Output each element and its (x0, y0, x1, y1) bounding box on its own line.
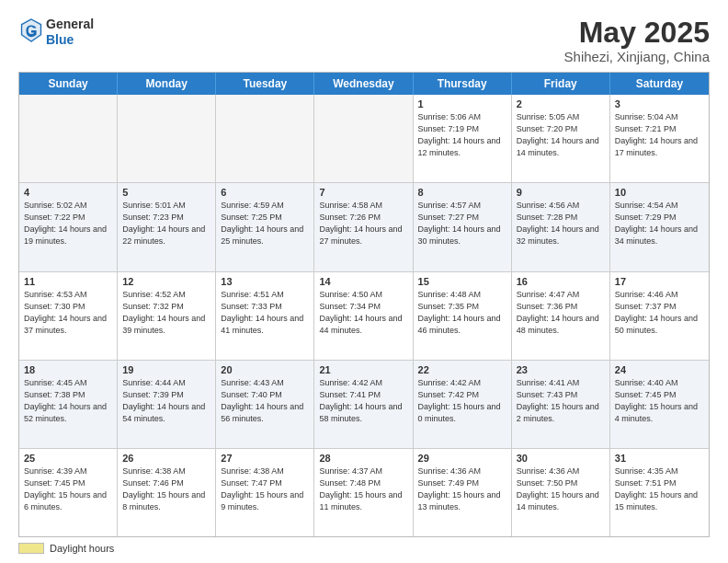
day-info: Sunrise: 4:36 AM Sunset: 7:50 PM Dayligh… (517, 465, 605, 513)
day-info: Sunrise: 4:38 AM Sunset: 7:47 PM Dayligh… (221, 465, 309, 513)
day-number: 21 (319, 364, 407, 375)
day-cell-22: 22Sunrise: 4:42 AM Sunset: 7:42 PM Dayli… (414, 361, 512, 448)
day-cell-3: 3Sunrise: 5:04 AM Sunset: 7:21 PM Daylig… (610, 95, 709, 182)
day-info: Sunrise: 4:52 AM Sunset: 7:32 PM Dayligh… (122, 289, 210, 337)
title-location: Shihezi, Xinjiang, China (564, 49, 710, 64)
logo-icon (20, 17, 42, 43)
day-number: 19 (122, 364, 210, 375)
day-number: 16 (517, 276, 605, 287)
day-info: Sunrise: 4:38 AM Sunset: 7:46 PM Dayligh… (122, 465, 210, 513)
empty-cell (314, 95, 413, 182)
day-cell-15: 15Sunrise: 4:48 AM Sunset: 7:35 PM Dayli… (414, 272, 512, 360)
footer: Daylight hours (18, 543, 710, 554)
day-number: 25 (24, 453, 112, 464)
day-info: Sunrise: 5:02 AM Sunset: 7:22 PM Dayligh… (24, 200, 112, 247)
day-cell-5: 5Sunrise: 5:01 AM Sunset: 7:23 PM Daylig… (118, 183, 216, 270)
calendar-body: 1Sunrise: 5:06 AM Sunset: 7:19 PM Daylig… (19, 95, 709, 536)
day-number: 4 (24, 187, 112, 198)
header-day-tuesday: Tuesday (216, 73, 314, 95)
logo-general: General (46, 17, 94, 32)
day-number: 26 (122, 453, 210, 464)
header-day-monday: Monday (118, 73, 216, 95)
day-cell-17: 17Sunrise: 4:46 AM Sunset: 7:37 PM Dayli… (610, 272, 709, 360)
day-info: Sunrise: 4:43 AM Sunset: 7:40 PM Dayligh… (221, 377, 309, 425)
day-number: 9 (517, 187, 605, 198)
day-cell-2: 2Sunrise: 5:05 AM Sunset: 7:20 PM Daylig… (512, 95, 610, 182)
day-cell-23: 23Sunrise: 4:41 AM Sunset: 7:43 PM Dayli… (512, 361, 610, 448)
logo: General Blue (18, 17, 94, 48)
day-info: Sunrise: 4:42 AM Sunset: 7:42 PM Dayligh… (418, 377, 506, 425)
header-day-wednesday: Wednesday (314, 73, 413, 95)
day-number: 22 (418, 364, 506, 375)
title-block: May 2025 Shihezi, Xinjiang, China (564, 17, 710, 64)
header-day-sunday: Sunday (19, 73, 118, 95)
day-info: Sunrise: 4:53 AM Sunset: 7:30 PM Dayligh… (24, 289, 112, 337)
day-number: 14 (319, 276, 407, 287)
day-number: 28 (319, 453, 407, 464)
header-day-saturday: Saturday (610, 73, 709, 95)
day-cell-29: 29Sunrise: 4:36 AM Sunset: 7:49 PM Dayli… (414, 449, 512, 536)
day-cell-13: 13Sunrise: 4:51 AM Sunset: 7:33 PM Dayli… (216, 272, 314, 360)
day-info: Sunrise: 4:36 AM Sunset: 7:49 PM Dayligh… (418, 465, 506, 513)
day-cell-14: 14Sunrise: 4:50 AM Sunset: 7:34 PM Dayli… (314, 272, 413, 360)
day-number: 2 (517, 98, 605, 109)
day-number: 6 (221, 187, 309, 198)
day-number: 5 (122, 187, 210, 198)
calendar-week-5: 25Sunrise: 4:39 AM Sunset: 7:45 PM Dayli… (19, 448, 709, 536)
day-cell-9: 9Sunrise: 4:56 AM Sunset: 7:28 PM Daylig… (512, 183, 610, 270)
day-cell-26: 26Sunrise: 4:38 AM Sunset: 7:46 PM Dayli… (118, 449, 216, 536)
title-month: May 2025 (564, 17, 710, 49)
day-cell-24: 24Sunrise: 4:40 AM Sunset: 7:45 PM Dayli… (610, 361, 709, 448)
footer-label: Daylight hours (50, 543, 114, 554)
day-number: 29 (418, 453, 506, 464)
header: General Blue May 2025 Shihezi, Xinjiang,… (18, 17, 710, 64)
day-cell-21: 21Sunrise: 4:42 AM Sunset: 7:41 PM Dayli… (314, 361, 413, 448)
empty-cell (19, 95, 118, 182)
calendar-week-4: 18Sunrise: 4:45 AM Sunset: 7:38 PM Dayli… (19, 360, 709, 448)
day-info: Sunrise: 4:59 AM Sunset: 7:25 PM Dayligh… (221, 200, 309, 247)
day-cell-19: 19Sunrise: 4:44 AM Sunset: 7:39 PM Dayli… (118, 361, 216, 448)
day-cell-12: 12Sunrise: 4:52 AM Sunset: 7:32 PM Dayli… (118, 272, 216, 360)
day-number: 20 (221, 364, 309, 375)
day-cell-31: 31Sunrise: 4:35 AM Sunset: 7:51 PM Dayli… (610, 449, 709, 536)
day-info: Sunrise: 4:57 AM Sunset: 7:27 PM Dayligh… (418, 200, 506, 247)
day-number: 13 (221, 276, 309, 287)
day-cell-7: 7Sunrise: 4:58 AM Sunset: 7:26 PM Daylig… (314, 183, 413, 270)
day-number: 3 (615, 98, 704, 109)
day-cell-27: 27Sunrise: 4:38 AM Sunset: 7:47 PM Dayli… (216, 449, 314, 536)
day-info: Sunrise: 4:40 AM Sunset: 7:45 PM Dayligh… (615, 377, 704, 425)
calendar: SundayMondayTuesdayWednesdayThursdayFrid… (18, 72, 710, 537)
day-info: Sunrise: 4:50 AM Sunset: 7:34 PM Dayligh… (319, 289, 407, 337)
day-number: 18 (24, 364, 112, 375)
day-number: 11 (24, 276, 112, 287)
day-info: Sunrise: 4:46 AM Sunset: 7:37 PM Dayligh… (615, 289, 704, 337)
day-number: 17 (615, 276, 704, 287)
page: General Blue May 2025 Shihezi, Xinjiang,… (0, 0, 728, 563)
day-cell-30: 30Sunrise: 4:36 AM Sunset: 7:50 PM Dayli… (512, 449, 610, 536)
day-number: 27 (221, 453, 309, 464)
day-info: Sunrise: 4:47 AM Sunset: 7:36 PM Dayligh… (517, 289, 605, 337)
day-info: Sunrise: 4:56 AM Sunset: 7:28 PM Dayligh… (517, 200, 605, 247)
calendar-week-2: 4Sunrise: 5:02 AM Sunset: 7:22 PM Daylig… (19, 182, 709, 270)
day-cell-20: 20Sunrise: 4:43 AM Sunset: 7:40 PM Dayli… (216, 361, 314, 448)
day-number: 23 (517, 364, 605, 375)
day-info: Sunrise: 5:01 AM Sunset: 7:23 PM Dayligh… (122, 200, 210, 247)
day-info: Sunrise: 5:05 AM Sunset: 7:20 PM Dayligh… (517, 111, 605, 159)
day-number: 15 (418, 276, 506, 287)
day-number: 7 (319, 187, 407, 198)
day-cell-4: 4Sunrise: 5:02 AM Sunset: 7:22 PM Daylig… (19, 183, 118, 270)
day-info: Sunrise: 4:58 AM Sunset: 7:26 PM Dayligh… (319, 200, 407, 247)
day-number: 12 (122, 276, 210, 287)
day-number: 10 (615, 187, 704, 198)
logo-blue: Blue (46, 32, 94, 48)
calendar-week-3: 11Sunrise: 4:53 AM Sunset: 7:30 PM Dayli… (19, 271, 709, 360)
day-cell-8: 8Sunrise: 4:57 AM Sunset: 7:27 PM Daylig… (414, 183, 512, 270)
day-cell-18: 18Sunrise: 4:45 AM Sunset: 7:38 PM Dayli… (19, 361, 118, 448)
calendar-week-1: 1Sunrise: 5:06 AM Sunset: 7:19 PM Daylig… (19, 95, 709, 182)
header-day-thursday: Thursday (414, 73, 512, 95)
day-info: Sunrise: 5:04 AM Sunset: 7:21 PM Dayligh… (615, 111, 704, 159)
empty-cell (216, 95, 314, 182)
day-info: Sunrise: 5:06 AM Sunset: 7:19 PM Dayligh… (418, 111, 506, 159)
day-info: Sunrise: 4:37 AM Sunset: 7:48 PM Dayligh… (319, 465, 407, 513)
day-info: Sunrise: 4:35 AM Sunset: 7:51 PM Dayligh… (615, 465, 704, 513)
